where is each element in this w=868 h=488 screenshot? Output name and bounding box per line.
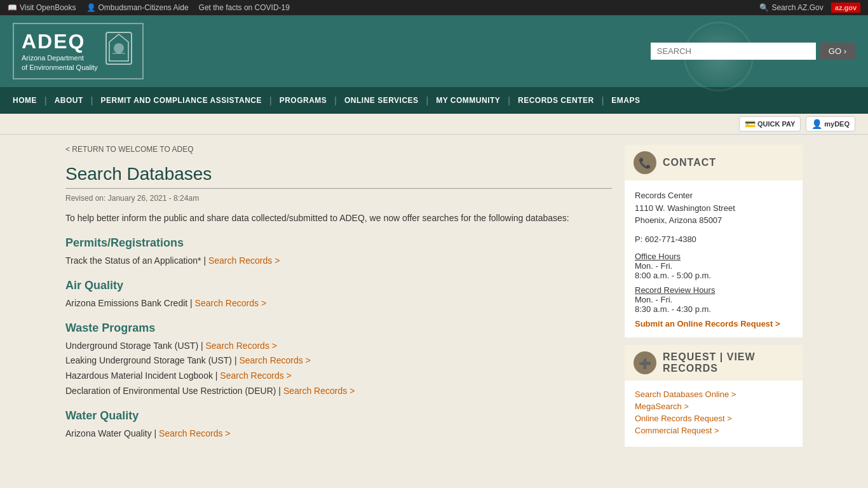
record-review-time: 8:30 a.m. - 4:30 p.m. [635,304,711,314]
go-button[interactable]: GO › [820,43,855,60]
main-content: < RETURN TO WELCOME TO ADEQ Search Datab… [65,145,612,454]
record-review-hours: Record Review Hours Mon. - Fri. 8:30 a.m… [635,285,792,314]
mydeq-label: myDEQ [824,120,850,128]
office-hours: Office Hours Mon. - Fri. 8:00 a.m. - 5:0… [635,252,792,280]
water-title: Water Quality [65,409,612,423]
ombudsman-link[interactable]: 👤 Ombudsman-Citizens Aide [86,3,189,12]
office-hours-label: Office Hours [635,252,681,261]
online-request-link[interactable]: Submit an Online Records Request > [635,319,780,329]
contact-address-line1: 1110 W. Washington Street [635,203,735,213]
water-search-link[interactable]: Search Records > [159,428,230,438]
waste-item-lust: Leaking Underground Storage Tank (UST) |… [65,353,612,369]
office-hours-time: 8:00 a.m. - 5:00 p.m. [635,271,711,280]
adeq-name: ADEQ [22,30,98,53]
azgov-badge[interactable]: az.gov [831,3,860,13]
air-quality-title: Air Quality [65,279,612,292]
nav-records[interactable]: RECORDS CENTER [512,87,600,114]
adeq-icon [103,29,135,73]
waste-title: Waste Programs [65,322,612,335]
intro-text: To help better inform the public and sha… [65,212,612,225]
logo-box: ADEQ Arizona Department of Environmental… [13,23,144,79]
request-card-header: ➕ REQUEST | VIEW RECORDS [625,345,803,381]
list-item: Online Records Request > [635,414,792,423]
request-links-list: Search Databases Online > MegaSearch > O… [635,390,792,435]
commercial-request-link[interactable]: Commercial Request > [635,426,719,435]
waste-item-ust: Underground Storage Tank (UST) | Search … [65,339,612,354]
permits-text: Track the Status of an Application* | [65,255,206,266]
record-review-label[interactable]: Record Review Hours [635,285,715,295]
permits-content: Track the Status of an Application* | Se… [65,254,612,269]
lust-search-link[interactable]: Search Records > [239,355,310,365]
contact-address-line2: Phoenix, Arizona 85007 [635,215,722,225]
nav-emaps[interactable]: EMAPS [605,87,646,114]
breadcrumb[interactable]: < RETURN TO WELCOME TO ADEQ [65,145,612,154]
request-card-body: Search Databases Online > MegaSearch > O… [625,381,803,447]
mydeq-button[interactable]: 👤 myDEQ [806,116,855,132]
contact-address: Records Center 1110 W. Washington Street… [635,189,792,227]
online-records-request-link[interactable]: Online Records Request > [635,414,732,423]
contact-card-body: Records Center 1110 W. Washington Street… [625,180,803,337]
air-quality-search-link[interactable]: Search Records > [195,298,266,308]
title-divider [65,188,612,189]
nav-community[interactable]: MY COMMUNITY [430,87,506,114]
air-quality-text: Arizona Emissions Bank Credit | [65,298,193,308]
sidebar: 📞 CONTACT Records Center 1110 W. Washing… [625,145,803,454]
covid-link[interactable]: Get the facts on COVID-19 [199,3,290,12]
main-nav: HOME | ABOUT | PERMIT AND COMPLIANCE ASS… [0,87,868,114]
header: ADEQ Arizona Department of Environmental… [0,15,868,87]
office-hours-days: Mon. - Fri. [635,261,672,271]
contact-card-title: CONTACT [663,157,716,168]
contact-name: Records Center [635,191,693,200]
svg-point-2 [114,43,124,53]
permits-title: Permits/Registrations [65,236,612,250]
record-review-days: Mon. - Fri. [635,295,672,304]
mydeq-icon: 👤 [811,119,822,129]
contact-phone: P: 602-771-4380 [635,233,792,246]
open-books-link[interactable]: 📖 Visit OpenBooks [8,3,76,12]
sub-nav: 💳 QUICK PAY 👤 myDEQ [0,114,868,135]
list-item: Commercial Request > [635,426,792,435]
waste-item-hazmat: Hazardous Material Incident Logbook | Se… [65,369,612,384]
nav-home[interactable]: HOME [6,87,43,114]
section-water: Water Quality Arizona Water Quality | Se… [65,409,612,442]
contact-card: 📞 CONTACT Records Center 1110 W. Washing… [625,145,803,337]
list-item: Search Databases Online > [635,390,792,399]
nav-permit[interactable]: PERMIT AND COMPLIANCE ASSISTANCE [94,87,268,114]
page-title: Search Databases [65,164,612,184]
contact-icon: 📞 [634,151,656,174]
top-bar: 📖 Visit OpenBooks 👤 Ombudsman-Citizens A… [0,0,868,15]
section-air-quality: Air Quality Arizona Emissions Bank Credi… [65,279,612,311]
quickpay-icon: 💳 [745,119,756,129]
quickpay-button[interactable]: 💳 QUICK PAY [739,116,801,132]
nav-programs[interactable]: PROGRAMS [273,87,334,114]
water-content: Arizona Water Quality | Search Records > [65,426,612,442]
section-waste: Waste Programs Underground Storage Tank … [65,322,612,399]
quickpay-label: QUICK PAY [757,120,795,128]
air-quality-content: Arizona Emissions Bank Credit | Search R… [65,296,612,311]
search-input[interactable] [651,43,816,60]
request-card-title: REQUEST | VIEW RECORDS [663,351,794,374]
waste-content: Underground Storage Tank (UST) | Search … [65,339,612,399]
search-area: GO › [651,43,855,60]
section-permits: Permits/Registrations Track the Status o… [65,236,612,269]
request-card: ➕ REQUEST | VIEW RECORDS Search Database… [625,345,803,447]
search-azgov-link[interactable]: 🔍 Search AZ.Gov [759,3,823,12]
logo-subtitle: Arizona Department of Environmental Qual… [22,53,98,73]
hazmat-search-link[interactable]: Search Records > [220,370,291,381]
ust-search-link[interactable]: Search Records > [206,341,277,351]
list-item: MegaSearch > [635,402,792,411]
nav-online-services[interactable]: ONLINE SERVICES [338,87,425,114]
deur-search-link[interactable]: Search Records > [283,386,355,396]
request-icon: ➕ [634,351,656,374]
nav-about[interactable]: ABOUT [48,87,90,114]
logo-text: ADEQ Arizona Department of Environmental… [22,30,98,73]
megasearch-link[interactable]: MegaSearch > [635,402,689,411]
contact-card-header: 📞 CONTACT [625,145,803,180]
breadcrumb-link[interactable]: < RETURN TO WELCOME TO ADEQ [65,145,194,154]
waste-item-deur: Declaration of Environmental Use Restric… [65,384,612,399]
permits-search-link[interactable]: Search Records > [208,255,280,266]
content-wrap: < RETURN TO WELCOME TO ADEQ Search Datab… [53,135,815,464]
revised-date: Revised on: January 26, 2021 - 8:24am [65,194,612,203]
search-databases-link[interactable]: Search Databases Online > [635,390,736,399]
logo-area[interactable]: ADEQ Arizona Department of Environmental… [13,23,144,79]
